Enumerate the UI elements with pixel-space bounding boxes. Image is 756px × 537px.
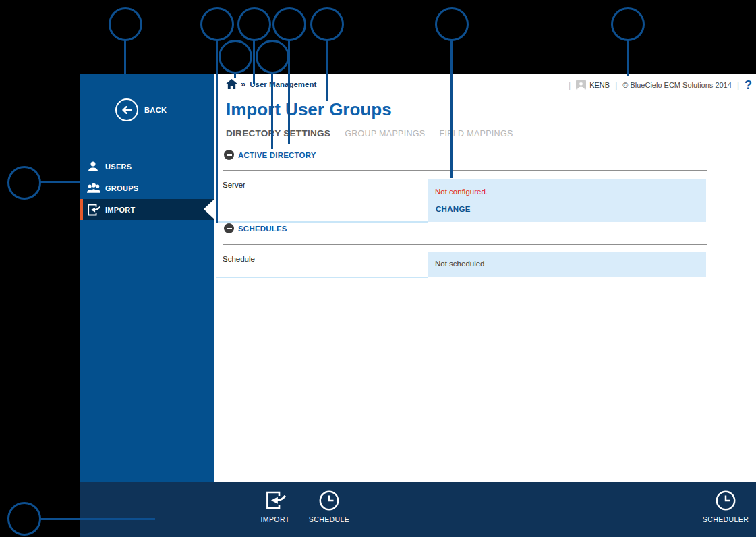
- section-divider: [223, 244, 707, 245]
- section-title: SCHEDULES: [238, 225, 287, 233]
- selected-notch: [204, 199, 214, 219]
- callout-line: [450, 40, 453, 178]
- schedule-value-box: Not scheduled: [428, 252, 706, 277]
- collapse-minus-icon[interactable]: [224, 150, 234, 160]
- sidebar-item-groups[interactable]: GROUPS: [80, 177, 214, 199]
- callout-circle: [237, 7, 271, 41]
- sidebar-menu: USERS GROUPS IMPORT: [80, 156, 214, 220]
- tab-group-mappings[interactable]: GROUP MAPPINGS: [345, 129, 425, 138]
- server-value-box: Not configured. CHANGE: [428, 179, 706, 222]
- user-info-bar: | KENB | © BlueCielo ECM Solutions 2014 …: [563, 80, 752, 90]
- action-button-label: SCHEDULE: [295, 515, 363, 524]
- group-icon: [86, 181, 101, 195]
- callout-circle: [310, 7, 344, 41]
- clock-icon: [692, 489, 756, 511]
- scheduler-action-button[interactable]: SCHEDULER: [692, 489, 756, 524]
- callout-circle: [256, 40, 289, 74]
- help-button[interactable]: ?: [745, 80, 752, 90]
- breadcrumb-separator: »: [241, 79, 245, 89]
- callout-line: [40, 518, 155, 520]
- collapse-minus-icon[interactable]: [224, 223, 234, 233]
- callout-line: [253, 40, 255, 84]
- callout-line: [124, 40, 126, 74]
- callout-line: [40, 181, 80, 183]
- import-icon: [86, 203, 101, 217]
- section-schedules-header[interactable]: SCHEDULES: [224, 223, 287, 233]
- field-label-schedule: Schedule: [223, 255, 255, 263]
- section-title: ACTIVE DIRECTORY: [238, 151, 316, 159]
- callout-circle: [219, 40, 252, 74]
- section-divider: [223, 170, 707, 171]
- sidebar-item-import[interactable]: IMPORT: [80, 199, 214, 220]
- action-button-label: SCHEDULER: [692, 515, 756, 524]
- page-title: Import User Groups: [226, 99, 392, 120]
- home-icon[interactable]: [226, 79, 237, 89]
- sidebar-item-users[interactable]: USERS: [80, 156, 214, 177]
- sidebar-item-label: IMPORT: [105, 206, 136, 214]
- selected-accent-bar: [80, 199, 83, 220]
- screenshot-root: BACK USERS GROUPS IMPORT: [0, 0, 756, 537]
- tab-directory-settings[interactable]: DIRECTORY SETTINGS: [226, 128, 330, 138]
- sidebar-item-label: USERS: [105, 163, 132, 171]
- clock-icon: [295, 489, 363, 511]
- main-content: » User Management | KENB | © BlueCielo E…: [214, 74, 756, 482]
- callout-circle: [435, 7, 469, 41]
- field-label-server: Server: [223, 181, 245, 189]
- row-separator: [216, 277, 428, 278]
- server-status-text: Not configured.: [435, 188, 488, 196]
- sidebar: BACK USERS GROUPS IMPORT: [80, 74, 214, 482]
- bottom-action-bar: IMPORT SCHEDULE SCHEDULER: [80, 482, 756, 537]
- row-separator: [216, 221, 428, 223]
- change-link[interactable]: CHANGE: [436, 205, 471, 213]
- user-icon: [86, 160, 101, 173]
- callout-circle: [109, 7, 142, 41]
- callout-line: [271, 72, 273, 149]
- schedule-action-button[interactable]: SCHEDULE: [295, 489, 363, 524]
- callout-line: [216, 40, 218, 223]
- back-button[interactable]: BACK: [115, 98, 167, 121]
- callout-circle: [611, 7, 645, 41]
- copyright: © BlueCielo ECM Solutions 2014: [622, 81, 732, 89]
- breadcrumb-item[interactable]: User Management: [250, 80, 316, 88]
- sidebar-item-label: GROUPS: [105, 184, 138, 192]
- back-button-label: BACK: [144, 106, 167, 114]
- back-arrow-icon: [115, 98, 138, 121]
- callout-line: [326, 40, 328, 101]
- section-active-directory-header[interactable]: ACTIVE DIRECTORY: [224, 150, 316, 160]
- username[interactable]: KENB: [589, 81, 610, 89]
- callout-circle: [7, 502, 41, 536]
- user-avatar-icon: [576, 80, 586, 90]
- callout-circle: [272, 7, 306, 41]
- schedule-status-text: Not scheduled: [435, 260, 485, 268]
- callout-circle: [7, 166, 41, 200]
- callout-circle: [200, 7, 234, 41]
- callout-line: [627, 40, 629, 76]
